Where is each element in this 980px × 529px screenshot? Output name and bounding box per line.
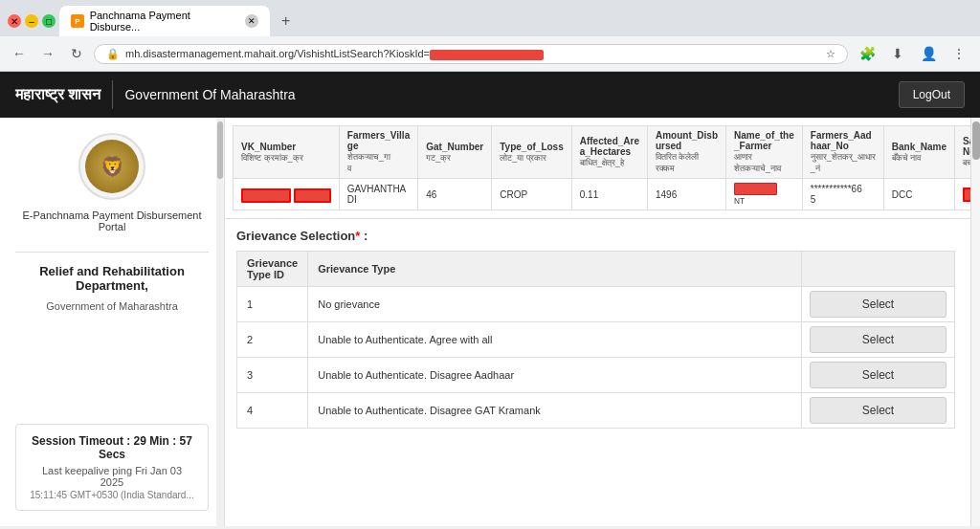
grievance-id-cell: 1 <box>237 287 308 322</box>
data-table: VK_Numberविशिष्ट क्रमांक_क्र Farmers_Vil… <box>233 125 980 210</box>
nav-bar: ← → ↻ 🔒 mh.disastermanagement.mahait.org… <box>0 36 980 71</box>
cell-bank: DCC <box>883 179 954 210</box>
col-vk-number: VK_Numberविशिष्ट क्रमांक_क्र <box>234 126 340 179</box>
app-logo: महाराष्ट्र शासन Government Of Maharashtr… <box>15 80 296 109</box>
refresh-btn[interactable]: ↻ <box>65 42 88 65</box>
tab-favicon: P <box>71 14 84 28</box>
tab-close-icon[interactable]: ✕ <box>245 14 258 28</box>
sidebar-scroll-thumb <box>217 121 223 179</box>
main-layout: 🦁 E-Panchnama Payment Disbursement Porta… <box>0 118 980 526</box>
sidebar-divider <box>15 252 209 253</box>
cell-vk: █████ ████ <box>234 179 340 210</box>
vk-redacted: █████ <box>241 188 291 203</box>
content-scroll-thumb <box>972 121 980 160</box>
grievance-type-cell: Unable to Authenticate. Disagree GAT Kra… <box>308 393 802 429</box>
select-button[interactable]: Select <box>810 362 947 388</box>
sidebar-scrollbar[interactable] <box>216 118 224 526</box>
grievance-id-cell: 4 <box>237 393 308 429</box>
logo-marathi: महाराष्ट्र शासन <box>15 86 100 103</box>
col-farmer: Name_of_the_Farmerआणारशेतकऱ्याचे_नाव <box>725 126 802 179</box>
sidebar-app-name: E-Panchnama Payment Disbursement Portal <box>15 209 209 232</box>
sidebar-dept: Relief and Rehabilitation Department, <box>15 264 209 293</box>
grievance-id-cell: 2 <box>237 322 308 358</box>
grievance-id-cell: 3 <box>237 358 308 393</box>
browser-chrome: ✕ – □ P Panchnama Payment Disburse... ✕ … <box>0 0 980 72</box>
grievance-row: 1 No grievance Select <box>237 287 955 322</box>
select-button[interactable]: Select <box>810 291 947 318</box>
lock-icon: 🔒 <box>106 48 120 60</box>
grievance-type-cell: Unable to Authenticate. Disagree Aadhaar <box>308 358 802 393</box>
address-bar[interactable]: 🔒 mh.disastermanagement.mahait.org/Vishi… <box>94 44 848 64</box>
tab-bar: ✕ – □ P Panchnama Payment Disburse... ✕ … <box>0 0 980 36</box>
col-village: Farmers_Villageशेतकऱ्याच_गाव <box>339 126 417 179</box>
session-ping: Last keepalive ping Fri Jan 03 2025 <box>30 465 194 488</box>
emblem-inner: 🦁 <box>85 140 139 193</box>
grievance-type-cell: No grievance <box>308 287 802 322</box>
data-table-container: VK_Numberविशिष्ट क्रमांक_क्र Farmers_Vil… <box>225 118 980 219</box>
col-grievance-id: Grievance Type ID <box>237 252 308 287</box>
col-grievance-type: Grievance Type <box>308 252 802 287</box>
url-text: mh.disastermanagement.mahait.org/Vishish… <box>125 48 820 60</box>
sidebar-gov: Government of Maharashtra <box>46 300 178 312</box>
cell-gat: 46 <box>418 179 492 210</box>
content-area: VK_Numberविशिष्ट क्रमांक_क्र Farmers_Vil… <box>225 118 980 526</box>
session-time: 15:11:45 GMT+0530 (India Standard... <box>30 490 194 500</box>
sidebar: 🦁 E-Panchnama Payment Disbursement Porta… <box>0 118 225 526</box>
col-bank: Bank_Nameबँकेचे नाव <box>883 126 954 179</box>
download-btn[interactable]: ⬇ <box>884 40 911 67</box>
logo-divider <box>112 80 113 109</box>
col-area: Affected_Area_Hectaresबाधित_क्षेत्र_हे <box>571 126 647 179</box>
col-amount: Amount_Disbursedवितरित केलेलीरक्कम <box>647 126 725 179</box>
grievance-row: 4 Unable to Authenticate. Disagree GAT K… <box>237 393 955 429</box>
forward-btn[interactable]: → <box>36 42 59 65</box>
extensions-btn[interactable]: 🧩 <box>854 40 880 67</box>
col-loss: Type_of_Lossलोट_या प्रकार <box>492 126 572 179</box>
star-icon[interactable]: ☆ <box>826 48 835 60</box>
cell-village: GAVHANTHADI <box>339 179 417 210</box>
grievance-row: 3 Unable to Authenticate. Disagree Aadha… <box>237 358 955 393</box>
farmer-redacted: ████ <box>734 183 777 195</box>
close-btn[interactable]: ✕ <box>8 14 21 28</box>
vk-redacted2: ████ <box>294 188 331 203</box>
grievance-table: Grievance Type ID Grievance Type 1 No gr… <box>236 251 955 429</box>
grievance-type-cell: Unable to Authenticate. Agree with all <box>308 322 802 358</box>
grievance-action-cell: Select <box>802 287 955 322</box>
cell-farmer: ████ NT <box>725 179 802 210</box>
new-tab-btn[interactable]: + <box>274 9 298 33</box>
table-row: █████ ████ GAVHANTHADI 46 CROP 0.11 1496… <box>234 179 981 210</box>
session-box: Session Timeout : 29 Min : 57 Secs Last … <box>15 424 209 511</box>
col-aadhaar: Farmers_Aadhaar_Noनुसार_शेतकर्_आधार_नं <box>802 126 883 179</box>
grievance-action-cell: Select <box>802 393 955 429</box>
back-btn[interactable]: ← <box>8 42 31 65</box>
maximize-btn[interactable]: □ <box>42 14 56 28</box>
app-header: महाराष्ट्र शासन Government Of Maharashtr… <box>0 72 980 118</box>
col-gat: Gat_Numberगट_क्र <box>418 126 492 179</box>
logout-button[interactable]: LogOut <box>899 81 965 108</box>
col-action <box>802 252 955 287</box>
active-tab[interactable]: P Panchnama Payment Disburse... ✕ <box>59 6 270 36</box>
cell-area: 0.11 <box>571 179 647 210</box>
menu-btn[interactable]: ⋮ <box>946 40 972 67</box>
grievance-action-cell: Select <box>802 358 955 393</box>
nav-actions: 🧩 ⬇ 👤 ⋮ <box>854 40 972 67</box>
logo-english: Government Of Maharashtra <box>124 87 295 102</box>
grievance-section: Grievance Selection* : Grievance Type ID… <box>225 219 980 526</box>
cell-loss: CROP <box>492 179 572 210</box>
tab-title: Panchnama Payment Disburse... <box>90 10 240 33</box>
session-title: Session Timeout : 29 Min : 57 Secs <box>30 434 194 461</box>
content-scrollbar[interactable] <box>970 118 980 526</box>
cell-amount: 1496 <box>647 179 725 210</box>
grievance-row: 2 Unable to Authenticate. Agree with all… <box>237 322 955 358</box>
cell-aadhaar: ***********665 <box>802 179 883 210</box>
select-button[interactable]: Select <box>810 326 947 353</box>
emblem: 🦁 <box>78 133 145 200</box>
grievance-title: Grievance Selection* : <box>236 229 969 243</box>
minimize-btn[interactable]: – <box>25 14 38 28</box>
profile-btn[interactable]: 👤 <box>915 40 942 67</box>
select-button[interactable]: Select <box>810 397 947 424</box>
grievance-action-cell: Select <box>802 322 955 358</box>
